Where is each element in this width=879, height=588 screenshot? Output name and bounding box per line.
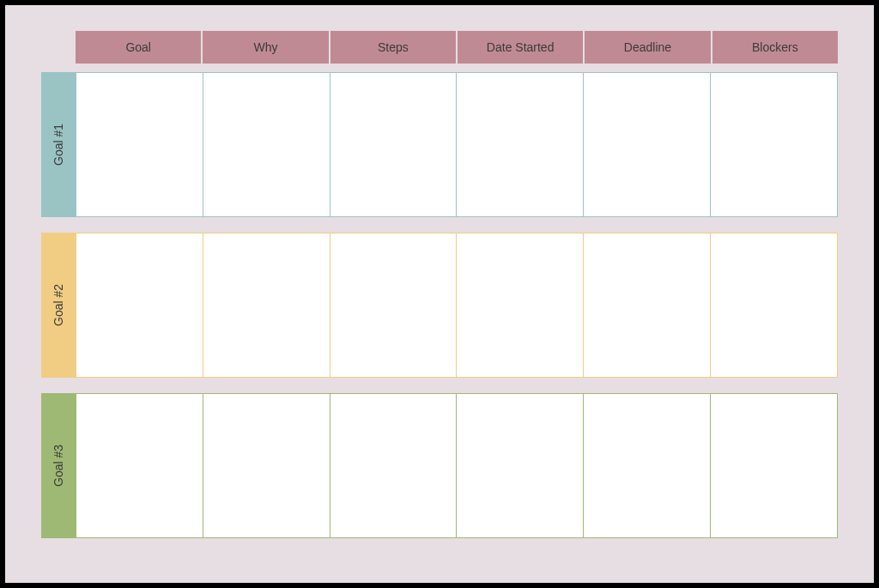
row-label-goal-3: Goal #3 [41, 393, 76, 538]
cell-goal-1-why[interactable] [203, 72, 330, 217]
col-header-date-started: Date Started [458, 31, 583, 64]
col-header-blockers: Blockers [712, 31, 838, 64]
cell-goal-3-deadline[interactable] [584, 393, 711, 538]
cell-goal-1-date-started[interactable] [457, 72, 584, 217]
cell-goal-1-goal[interactable] [76, 72, 203, 217]
frame: Goal Why Steps Date Started Deadline Blo… [0, 0, 879, 588]
cell-goal-2-blockers[interactable] [711, 233, 838, 378]
goal-grid: Goal Why Steps Date Started Deadline Blo… [41, 31, 838, 538]
cell-goal-1-blockers[interactable] [711, 72, 838, 217]
cell-goal-3-date-started[interactable] [457, 393, 584, 538]
page-background: Goal Why Steps Date Started Deadline Blo… [5, 5, 874, 583]
cell-goal-2-steps[interactable] [330, 233, 458, 378]
cell-goal-3-why[interactable] [203, 393, 330, 538]
col-header-steps: Steps [330, 31, 456, 64]
cell-goal-2-goal[interactable] [76, 233, 203, 378]
col-header-goal: Goal [76, 31, 201, 64]
row-label-goal-1: Goal #1 [41, 72, 76, 217]
cell-goal-3-steps[interactable] [330, 393, 458, 538]
header-spacer [41, 31, 76, 64]
col-header-why: Why [203, 31, 328, 64]
cell-goal-1-deadline[interactable] [584, 72, 711, 217]
row-label-goal-2: Goal #2 [41, 233, 76, 378]
cell-goal-2-deadline[interactable] [584, 233, 711, 378]
column-header-row: Goal Why Steps Date Started Deadline Blo… [41, 31, 838, 64]
goal-row-3: Goal #3 [41, 393, 838, 538]
goal-row-1: Goal #1 [41, 72, 838, 217]
cell-goal-1-steps[interactable] [330, 72, 458, 217]
cell-goal-3-blockers[interactable] [711, 393, 838, 538]
cell-goal-2-date-started[interactable] [457, 233, 584, 378]
col-header-deadline: Deadline [585, 31, 710, 64]
cell-goal-2-why[interactable] [203, 233, 330, 378]
goal-row-2: Goal #2 [41, 233, 838, 378]
cell-goal-3-goal[interactable] [76, 393, 203, 538]
